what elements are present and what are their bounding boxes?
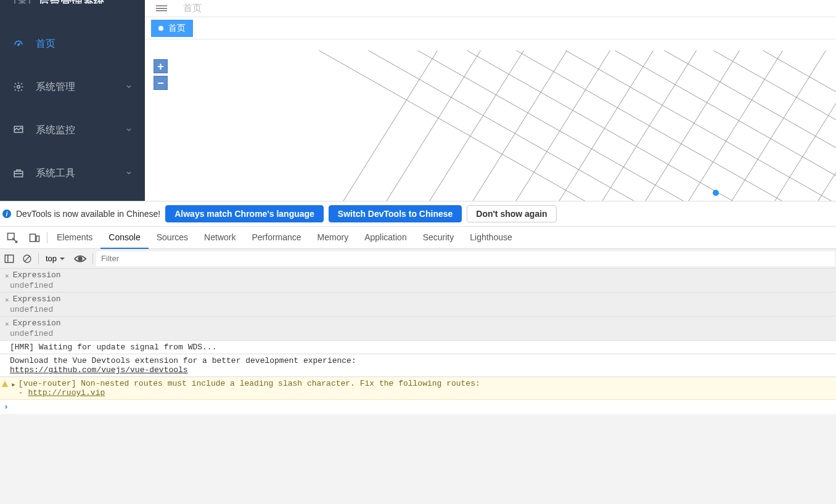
dashboard-icon <box>12 38 25 50</box>
svg-point-1 <box>18 44 19 45</box>
svg-line-9 <box>467 51 590 201</box>
svg-line-28 <box>719 51 836 201</box>
devtools-tab-sources[interactable]: Sources <box>149 227 196 249</box>
close-icon[interactable]: ✕ <box>5 272 9 280</box>
console-eager-entry: ✕Expressionundefined <box>0 269 836 293</box>
sidebar-item-gear[interactable]: 系统管理 <box>0 65 145 108</box>
svg-rect-32 <box>5 255 14 262</box>
devtools-tab-lighthouse[interactable]: Lighthouse <box>462 227 520 249</box>
toggle-sidebar-icon[interactable] <box>1 251 17 267</box>
chevron-down-icon <box>125 124 133 136</box>
sidebar-item-label: 系统管理 <box>36 81 75 94</box>
console-warning-entry: ▸[vue-router] Non-nested routes must inc… <box>0 377 836 400</box>
tab-home[interactable]: 首页 <box>151 20 193 37</box>
console-log: ✕Expressionundefined✕Expressionundefined… <box>0 269 836 504</box>
tabs-bar: 首页 <box>145 17 836 39</box>
expression-label: Expression <box>13 319 61 328</box>
prompt-arrow-icon: › <box>4 402 9 412</box>
map-marker-icon <box>713 190 719 196</box>
sidebar-title: 后台管理系统 <box>38 0 105 4</box>
console-log-entry: Download the Vue Devtools extension for … <box>0 354 836 377</box>
svg-line-10 <box>510 51 633 201</box>
main-header: 首页 <box>145 0 836 17</box>
sidebar-item-label: 首页 <box>36 38 55 51</box>
switch-devtools-chinese-button[interactable]: Switch DevTools to Chinese <box>329 205 462 222</box>
devtools-tab-network[interactable]: Network <box>196 227 244 249</box>
svg-line-22 <box>424 51 793 201</box>
monitor-icon <box>12 124 25 136</box>
toolbox-icon <box>12 167 25 179</box>
svg-line-8 <box>424 51 547 201</box>
map-streets-icon <box>152 51 836 201</box>
live-expression-icon[interactable] <box>71 251 89 267</box>
zoom-in-button[interactable]: + <box>154 59 168 73</box>
devtools-tab-performance[interactable]: Performance <box>244 227 309 249</box>
expand-arrow-icon[interactable]: ▸ <box>11 380 16 397</box>
hamburger-icon[interactable] <box>156 3 167 14</box>
devtools-tabs: ElementsConsoleSourcesNetworkPerformance… <box>0 227 836 249</box>
devtools-tab-memory[interactable]: Memory <box>309 227 357 249</box>
svg-line-27 <box>670 51 836 201</box>
sidebar-item-label: 系统监控 <box>36 124 75 137</box>
divider <box>38 253 39 264</box>
chevron-down-icon <box>125 81 133 92</box>
map-view[interactable]: + − <box>152 51 836 201</box>
close-icon[interactable]: ✕ <box>5 296 9 304</box>
console-toolbar: top <box>0 249 836 269</box>
devtools-tab-elements[interactable]: Elements <box>49 227 100 249</box>
svg-line-14 <box>682 51 806 201</box>
zoom-out-button[interactable]: − <box>154 76 168 90</box>
expression-value: undefined <box>0 328 836 339</box>
svg-line-11 <box>553 51 676 201</box>
svg-point-36 <box>78 257 82 261</box>
svg-line-35 <box>25 256 30 261</box>
context-label: top <box>46 254 57 263</box>
console-link[interactable]: https://github.com/vuejs/vue-devtools <box>10 365 188 375</box>
console-eager-entry: ✕Expressionundefined <box>0 293 836 317</box>
console-link[interactable]: http://ruoyi.vip <box>28 388 105 397</box>
expression-label: Expression <box>13 295 61 304</box>
svg-line-12 <box>596 51 719 201</box>
devtools-language-banner: i DevTools is now available in Chinese! … <box>0 201 836 227</box>
gear-icon <box>12 81 25 93</box>
svg-rect-30 <box>30 234 36 242</box>
device-toolbar-icon[interactable] <box>26 229 43 246</box>
devtools-tab-application[interactable]: Application <box>356 227 415 249</box>
close-icon[interactable]: ✕ <box>5 320 9 328</box>
dont-show-again-button[interactable]: Don't show again <box>467 205 556 222</box>
sidebar-item-label: 系统工具 <box>36 167 75 180</box>
banner-text: DevTools is now available in Chinese! <box>16 209 160 219</box>
breadcrumb: 首页 <box>183 2 202 14</box>
tab-active-dot-icon <box>158 26 163 31</box>
logo-icon <box>12 0 32 4</box>
svg-line-6 <box>337 51 461 201</box>
always-match-language-button[interactable]: Always match Chrome's language <box>165 205 324 222</box>
svg-rect-31 <box>36 236 39 242</box>
console-prompt[interactable]: › <box>0 400 836 414</box>
chevron-down-icon <box>59 256 65 262</box>
sidebar-item-monitor[interactable]: 系统监控 <box>0 108 145 152</box>
sidebar-item-dashboard[interactable]: 首页 <box>0 22 145 65</box>
info-icon: i <box>2 209 11 218</box>
zoom-controls: + − <box>154 59 168 92</box>
console-filter-input[interactable] <box>96 251 835 266</box>
divider <box>92 253 93 264</box>
svg-line-7 <box>380 51 504 201</box>
devtools-tab-console[interactable]: Console <box>100 227 148 249</box>
svg-line-21 <box>374 51 744 201</box>
svg-line-17 <box>812 51 836 201</box>
svg-line-26 <box>621 51 836 201</box>
devtools-tab-security[interactable]: Security <box>415 227 462 249</box>
svg-point-2 <box>17 86 20 89</box>
tab-label: 首页 <box>168 23 186 34</box>
chevron-down-icon <box>125 168 133 179</box>
inspect-element-icon[interactable] <box>4 229 21 246</box>
svg-line-13 <box>639 51 763 201</box>
sidebar-item-toolbox[interactable]: 系统工具 <box>0 152 145 195</box>
context-selector[interactable]: top <box>42 253 69 264</box>
divider <box>47 232 47 243</box>
console-log-entry: [HMR] Waiting for update signal from WDS… <box>0 341 836 354</box>
svg-line-19 <box>276 51 645 201</box>
warning-text: [vue-router] Non-nested routes must incl… <box>18 379 480 388</box>
clear-console-icon[interactable] <box>19 251 35 267</box>
